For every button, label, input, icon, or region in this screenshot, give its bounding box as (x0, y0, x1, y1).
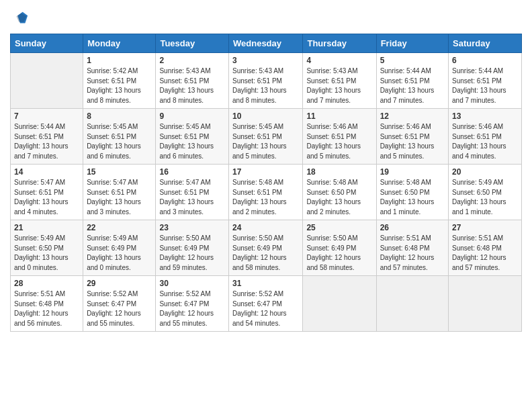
day-info: Sunrise: 5:49 AMSunset: 6:50 PMDaylight:… (452, 178, 518, 217)
day-info: Sunrise: 5:48 AMSunset: 6:50 PMDaylight:… (380, 178, 445, 217)
day-info: Sunrise: 5:46 AMSunset: 6:51 PMDaylight:… (452, 122, 518, 161)
calendar-cell: 19Sunrise: 5:48 AMSunset: 6:50 PMDayligh… (376, 165, 448, 220)
day-info: Sunrise: 5:45 AMSunset: 6:51 PMDaylight:… (159, 122, 225, 161)
calendar-cell (303, 276, 376, 332)
day-number: 26 (380, 223, 445, 232)
day-number: 23 (159, 223, 225, 232)
day-number: 15 (87, 167, 152, 177)
day-number: 29 (87, 279, 152, 288)
weekday-header-tuesday: Tuesday (156, 34, 229, 53)
day-number: 16 (159, 167, 225, 177)
day-number: 3 (232, 56, 299, 65)
calendar-cell: 14Sunrise: 5:47 AMSunset: 6:51 PMDayligh… (11, 165, 83, 220)
day-number: 20 (452, 167, 518, 177)
day-number: 27 (452, 223, 518, 232)
calendar-cell: 4Sunrise: 5:43 AMSunset: 6:51 PMDaylight… (303, 53, 376, 109)
calendar-cell: 11Sunrise: 5:46 AMSunset: 6:51 PMDayligh… (303, 109, 376, 165)
calendar-cell: 13Sunrise: 5:46 AMSunset: 6:51 PMDayligh… (449, 109, 522, 165)
day-number: 8 (87, 111, 152, 121)
day-number: 18 (306, 167, 372, 177)
day-info: Sunrise: 5:43 AMSunset: 6:51 PMDaylight:… (232, 66, 299, 105)
day-info: Sunrise: 5:51 AMSunset: 6:48 PMDaylight:… (380, 234, 445, 273)
day-number: 28 (14, 279, 79, 288)
day-number: 4 (306, 56, 372, 65)
day-number: 1 (87, 56, 152, 65)
calendar-cell: 31Sunrise: 5:52 AMSunset: 6:47 PMDayligh… (229, 276, 303, 332)
calendar-cell: 10Sunrise: 5:45 AMSunset: 6:51 PMDayligh… (229, 109, 303, 165)
day-info: Sunrise: 5:42 AMSunset: 6:51 PMDaylight:… (87, 66, 152, 105)
calendar-cell (376, 276, 448, 332)
calendar-cell: 7Sunrise: 5:44 AMSunset: 6:51 PMDaylight… (11, 109, 83, 165)
day-info: Sunrise: 5:47 AMSunset: 6:51 PMDaylight:… (159, 178, 225, 217)
calendar-cell: 2Sunrise: 5:43 AMSunset: 6:51 PMDaylight… (156, 53, 229, 109)
weekday-header-thursday: Thursday (303, 34, 376, 53)
day-info: Sunrise: 5:46 AMSunset: 6:51 PMDaylight:… (380, 122, 445, 161)
day-number: 5 (380, 56, 445, 65)
weekday-header-monday: Monday (83, 34, 156, 53)
calendar-cell: 17Sunrise: 5:48 AMSunset: 6:51 PMDayligh… (229, 165, 303, 220)
weekday-header-sunday: Sunday (11, 34, 83, 53)
day-number: 22 (87, 223, 152, 232)
calendar-header: SundayMondayTuesdayWednesdayThursdayFrid… (11, 34, 522, 53)
day-info: Sunrise: 5:44 AMSunset: 6:51 PMDaylight:… (452, 66, 518, 105)
day-info: Sunrise: 5:52 AMSunset: 6:47 PMDaylight:… (232, 289, 299, 328)
calendar-cell (11, 53, 83, 109)
day-number: 31 (232, 279, 299, 288)
calendar-cell: 16Sunrise: 5:47 AMSunset: 6:51 PMDayligh… (156, 165, 229, 220)
calendar-cell: 6Sunrise: 5:44 AMSunset: 6:51 PMDaylight… (449, 53, 522, 109)
weekday-row: SundayMondayTuesdayWednesdayThursdayFrid… (11, 34, 522, 53)
day-info: Sunrise: 5:52 AMSunset: 6:47 PMDaylight:… (87, 289, 152, 328)
day-number: 10 (232, 111, 299, 121)
calendar-week-2: 14Sunrise: 5:47 AMSunset: 6:51 PMDayligh… (11, 165, 522, 220)
calendar-cell: 22Sunrise: 5:49 AMSunset: 6:49 PMDayligh… (83, 220, 156, 276)
day-number: 2 (159, 56, 225, 65)
calendar-cell: 23Sunrise: 5:50 AMSunset: 6:49 PMDayligh… (156, 220, 229, 276)
logo (10, 9, 32, 28)
calendar-cell: 27Sunrise: 5:51 AMSunset: 6:48 PMDayligh… (449, 220, 522, 276)
day-number: 25 (306, 223, 372, 232)
day-number: 13 (452, 111, 518, 121)
calendar-cell: 15Sunrise: 5:47 AMSunset: 6:51 PMDayligh… (83, 165, 156, 220)
day-number: 17 (232, 167, 299, 177)
day-info: Sunrise: 5:45 AMSunset: 6:51 PMDaylight:… (87, 122, 152, 161)
calendar-cell: 21Sunrise: 5:49 AMSunset: 6:50 PMDayligh… (11, 220, 83, 276)
day-number: 6 (452, 56, 518, 65)
day-number: 11 (306, 111, 372, 121)
day-info: Sunrise: 5:50 AMSunset: 6:49 PMDaylight:… (159, 234, 225, 273)
weekday-header-wednesday: Wednesday (229, 34, 303, 53)
calendar-week-0: 1Sunrise: 5:42 AMSunset: 6:51 PMDaylight… (11, 53, 522, 109)
calendar-cell: 26Sunrise: 5:51 AMSunset: 6:48 PMDayligh… (376, 220, 448, 276)
day-number: 30 (159, 279, 225, 288)
day-info: Sunrise: 5:46 AMSunset: 6:51 PMDaylight:… (306, 122, 372, 161)
day-number: 14 (14, 167, 79, 177)
calendar-week-3: 21Sunrise: 5:49 AMSunset: 6:50 PMDayligh… (11, 220, 522, 276)
calendar-cell: 18Sunrise: 5:48 AMSunset: 6:50 PMDayligh… (303, 165, 376, 220)
day-number: 12 (380, 111, 445, 121)
day-info: Sunrise: 5:49 AMSunset: 6:50 PMDaylight:… (14, 234, 79, 273)
day-info: Sunrise: 5:44 AMSunset: 6:51 PMDaylight:… (14, 122, 79, 161)
calendar-cell: 9Sunrise: 5:45 AMSunset: 6:51 PMDaylight… (156, 109, 229, 165)
logo-icon (10, 9, 29, 28)
day-info: Sunrise: 5:50 AMSunset: 6:49 PMDaylight:… (232, 234, 299, 273)
day-info: Sunrise: 5:48 AMSunset: 6:51 PMDaylight:… (232, 178, 299, 217)
calendar-cell: 30Sunrise: 5:52 AMSunset: 6:47 PMDayligh… (156, 276, 229, 332)
day-info: Sunrise: 5:51 AMSunset: 6:48 PMDaylight:… (14, 289, 79, 328)
calendar-cell: 3Sunrise: 5:43 AMSunset: 6:51 PMDaylight… (229, 53, 303, 109)
day-number: 21 (14, 223, 79, 232)
calendar-cell: 24Sunrise: 5:50 AMSunset: 6:49 PMDayligh… (229, 220, 303, 276)
day-number: 7 (14, 111, 79, 121)
day-info: Sunrise: 5:44 AMSunset: 6:51 PMDaylight:… (380, 66, 445, 105)
day-info: Sunrise: 5:47 AMSunset: 6:51 PMDaylight:… (87, 178, 152, 217)
calendar-cell: 28Sunrise: 5:51 AMSunset: 6:48 PMDayligh… (11, 276, 83, 332)
day-number: 9 (159, 111, 225, 121)
calendar-cell: 8Sunrise: 5:45 AMSunset: 6:51 PMDaylight… (83, 109, 156, 165)
day-info: Sunrise: 5:50 AMSunset: 6:49 PMDaylight:… (306, 234, 372, 273)
weekday-header-friday: Friday (376, 34, 448, 53)
calendar-cell: 25Sunrise: 5:50 AMSunset: 6:49 PMDayligh… (303, 220, 376, 276)
page-header (10, 7, 522, 28)
calendar-table: SundayMondayTuesdayWednesdayThursdayFrid… (10, 34, 522, 332)
calendar-cell: 12Sunrise: 5:46 AMSunset: 6:51 PMDayligh… (376, 109, 448, 165)
day-info: Sunrise: 5:49 AMSunset: 6:49 PMDaylight:… (87, 234, 152, 273)
day-number: 19 (380, 167, 445, 177)
day-info: Sunrise: 5:47 AMSunset: 6:51 PMDaylight:… (14, 178, 79, 217)
